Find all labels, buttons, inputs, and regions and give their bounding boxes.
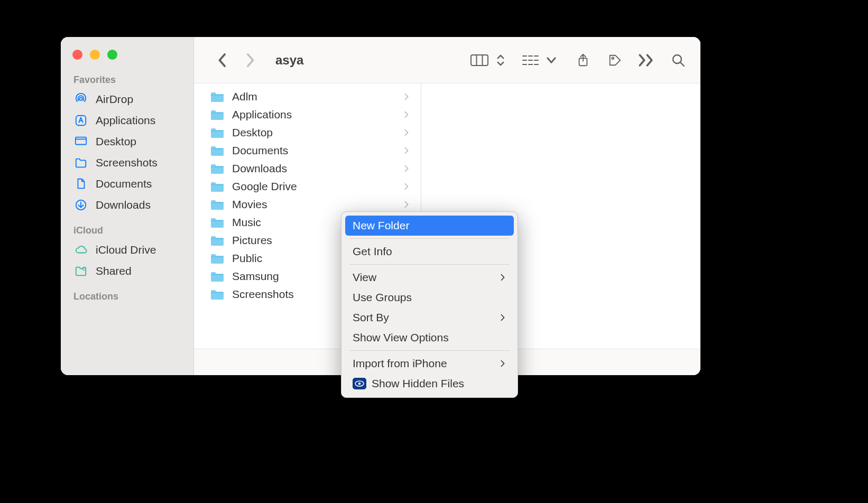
svg-line-16 xyxy=(680,62,684,66)
more-button[interactable] xyxy=(634,50,659,71)
file-item-label: Desktop xyxy=(232,126,398,139)
context-menu-item-import-from-iphone[interactable]: Import from iPhone xyxy=(345,353,514,374)
file-item[interactable]: Applications xyxy=(194,106,421,124)
cloud-icon xyxy=(73,244,88,256)
file-item-label: Movies xyxy=(232,198,398,211)
context-menu-item-label: Sort By xyxy=(353,311,495,324)
chevron-right-icon xyxy=(404,146,410,155)
context-menu-item-label: Import from iPhone xyxy=(353,357,495,370)
sidebar-section-label: iCloud xyxy=(61,216,193,239)
context-menu-item-show-view-options[interactable]: Show View Options xyxy=(345,328,514,348)
context-menu-item-label: Show Hidden Files xyxy=(372,377,506,390)
share-button[interactable] xyxy=(570,50,596,71)
folder-icon xyxy=(210,252,226,265)
sidebar: FavoritesAirDropApplicationsDesktopScree… xyxy=(61,37,194,375)
context-menu-item-label: Use Groups xyxy=(353,291,506,304)
search-button[interactable] xyxy=(666,50,691,71)
grid-icon xyxy=(518,50,543,71)
context-menu-item-label: New Folder xyxy=(353,219,506,232)
doc-icon xyxy=(73,178,88,190)
chevron-right-icon xyxy=(404,182,410,191)
sidebar-item-label: AirDrop xyxy=(96,93,133,106)
file-item-label: Applications xyxy=(232,108,398,121)
context-menu: New FolderGet InfoViewUse GroupsSort ByS… xyxy=(341,211,518,398)
sidebar-item-downloads[interactable]: Downloads xyxy=(61,194,193,216)
chevron-right-icon xyxy=(404,128,410,137)
folder-icon xyxy=(210,180,226,193)
minimize-window-button[interactable] xyxy=(90,50,100,60)
context-menu-item-label: Get Info xyxy=(353,245,506,258)
sidebar-item-label: iCloud Drive xyxy=(96,244,156,256)
group-by-control[interactable] xyxy=(518,50,557,71)
context-menu-item-get-info[interactable]: Get Info xyxy=(345,241,514,262)
maximize-window-button[interactable] xyxy=(107,50,117,60)
file-item-label: Google Drive xyxy=(232,180,398,193)
columns-view-icon xyxy=(467,50,492,71)
view-mode-control[interactable] xyxy=(467,50,506,71)
file-item[interactable]: Adlm xyxy=(194,88,421,106)
folder-icon xyxy=(210,126,226,139)
updown-chevron-icon xyxy=(495,50,506,71)
folder-icon xyxy=(210,234,226,247)
folder-icon xyxy=(210,198,226,211)
chevron-right-icon xyxy=(404,200,410,209)
chevron-right-icon xyxy=(404,110,410,119)
down-icon xyxy=(73,199,88,211)
context-menu-item-label: View xyxy=(353,271,495,284)
folder-icon xyxy=(73,156,88,169)
sidebar-item-applications[interactable]: Applications xyxy=(61,110,193,131)
window-title: asya xyxy=(275,53,455,68)
context-menu-item-label: Show View Options xyxy=(353,331,506,344)
file-item[interactable]: Downloads xyxy=(194,160,421,178)
chevron-right-icon xyxy=(404,92,410,101)
forward-button[interactable] xyxy=(239,50,261,71)
folder-icon xyxy=(210,270,226,283)
sidebar-item-shared[interactable]: Shared xyxy=(61,260,193,282)
folder-icon xyxy=(210,144,226,157)
sidebar-item-airdrop[interactable]: AirDrop xyxy=(61,89,193,110)
tags-button[interactable] xyxy=(602,50,627,71)
sidebar-section-label: Favorites xyxy=(61,65,193,89)
file-item-label: Downloads xyxy=(232,162,398,175)
file-item[interactable]: Desktop xyxy=(194,124,421,142)
context-menu-item-sort-by[interactable]: Sort By xyxy=(345,308,514,328)
svg-point-14 xyxy=(612,57,614,59)
chevron-right-icon xyxy=(500,273,506,282)
desktop-icon xyxy=(73,135,88,148)
eye-icon xyxy=(353,378,366,389)
context-menu-separator xyxy=(349,264,510,265)
toolbar: asya xyxy=(194,37,700,83)
sidebar-item-icloud-drive[interactable]: iCloud Drive xyxy=(61,239,193,260)
context-menu-item-view[interactable]: View xyxy=(345,267,514,287)
close-window-button[interactable] xyxy=(72,50,82,60)
sidebar-item-documents[interactable]: Documents xyxy=(61,173,193,194)
sidebar-section-label: Locations xyxy=(61,282,193,305)
file-item[interactable]: Google Drive xyxy=(194,178,421,195)
sidebar-item-label: Applications xyxy=(96,114,155,127)
context-menu-item-show-hidden-files[interactable]: Show Hidden Files xyxy=(345,374,514,394)
sidebar-item-label: Shared xyxy=(96,265,132,277)
folder-icon xyxy=(210,288,226,301)
sidebar-item-desktop[interactable]: Desktop xyxy=(61,131,193,152)
context-menu-separator xyxy=(349,350,510,351)
file-item-label: Adlm xyxy=(232,90,398,103)
context-menu-item-use-groups[interactable]: Use Groups xyxy=(345,287,514,308)
shared-icon xyxy=(73,265,88,277)
traffic-lights xyxy=(61,37,193,65)
context-menu-separator xyxy=(349,238,510,239)
folder-icon xyxy=(210,216,226,229)
chevron-right-icon xyxy=(404,164,410,173)
file-item-label: Documents xyxy=(232,144,398,157)
file-item[interactable]: Movies xyxy=(194,195,421,213)
folder-icon xyxy=(210,162,226,175)
sidebar-item-label: Desktop xyxy=(96,135,136,148)
sidebar-item-screenshots[interactable]: Screenshots xyxy=(61,152,193,173)
chevron-down-icon xyxy=(546,50,557,71)
app-icon xyxy=(73,114,88,127)
file-item[interactable]: Documents xyxy=(194,142,421,160)
chevron-right-icon xyxy=(500,359,506,368)
back-button[interactable] xyxy=(212,50,233,71)
folder-icon xyxy=(210,90,226,103)
sidebar-item-label: Documents xyxy=(96,178,152,190)
context-menu-item-new-folder[interactable]: New Folder xyxy=(345,216,514,236)
